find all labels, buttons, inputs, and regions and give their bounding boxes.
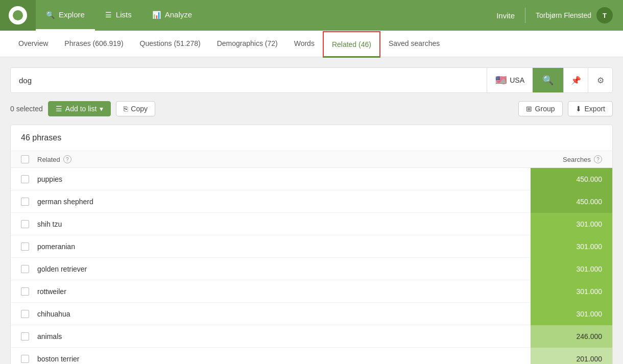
add-to-list-button[interactable]: ☰ Add to list ▾ (48, 101, 111, 116)
tab-questions-label: Questions (51.278) (140, 39, 201, 47)
selected-count: 0 selected (10, 105, 43, 113)
tab-saved-searches-label: Saved searches (389, 39, 440, 47)
row-checkbox-col (21, 198, 37, 206)
col-searches-label: Searches (563, 156, 591, 163)
row-label: pomeranian (37, 242, 531, 251)
row-label: german shepherd (37, 198, 531, 206)
tab-demographics-label: Demographics (72) (217, 39, 278, 47)
logo-icon (9, 6, 27, 25)
row-checkbox[interactable] (21, 265, 29, 273)
nav-explore[interactable]: 🔍 Explore (36, 0, 95, 31)
row-checkbox-col (21, 265, 37, 273)
row-searches-value: 450.000 (531, 190, 612, 213)
filter-icon: ⚙ (597, 76, 604, 85)
row-checkbox-col (21, 355, 37, 363)
row-searches-value: 246.000 (531, 325, 612, 348)
header-right: Invite Torbjørn Flensted T (486, 7, 623, 23)
nav-explore-label: Explore (59, 10, 85, 19)
row-checkbox[interactable] (21, 287, 29, 296)
tab-phrases[interactable]: Phrases (606.919) (56, 31, 131, 57)
right-buttons: ⊞ Group ⬇ Export (518, 101, 613, 116)
row-label: animals (37, 332, 531, 341)
tab-saved-searches[interactable]: Saved searches (380, 31, 448, 57)
dropdown-arrow-icon: ▾ (100, 105, 103, 113)
row-checkbox-col (21, 310, 37, 318)
search-extras: 📌 ⚙ (563, 68, 612, 92)
logo-area[interactable] (0, 0, 36, 31)
copy-label: Copy (131, 105, 148, 113)
user-avatar: T (596, 7, 613, 23)
table-title: 46 phrases (11, 125, 612, 151)
table-row[interactable]: pomeranian 301.000 (11, 235, 612, 258)
lists-icon: ☰ (105, 11, 112, 19)
nav-lists-label: Lists (116, 10, 132, 19)
row-checkbox-col (21, 287, 37, 296)
group-button[interactable]: ⊞ Group (518, 101, 563, 116)
filter-button[interactable]: ⚙ (588, 68, 612, 92)
table-row[interactable]: german shepherd 450.000 (11, 190, 612, 213)
row-label: shih tzu (37, 220, 531, 228)
nav-analyze[interactable]: 📊 Analyze (142, 0, 202, 31)
tab-questions[interactable]: Questions (51.278) (132, 31, 209, 57)
row-checkbox-col (21, 175, 37, 183)
table-row[interactable]: golden retriever 301.000 (11, 258, 612, 280)
row-label: rottweiler (37, 287, 531, 296)
row-checkbox-col (21, 242, 37, 251)
header-checkbox-col (21, 155, 37, 163)
table-header: Related ? Searches ? (11, 151, 612, 168)
copy-button[interactable]: ⎘ Copy (116, 101, 155, 116)
row-checkbox[interactable] (21, 310, 29, 318)
table-row[interactable]: shih tzu 301.000 (11, 213, 612, 235)
row-checkbox[interactable] (21, 242, 29, 251)
search-bar: 🇺🇸 USA 🔍 📌 ⚙ (10, 67, 613, 93)
nav-lists[interactable]: ☰ Lists (95, 0, 142, 31)
row-checkbox-col (21, 332, 37, 341)
user-initial: T (603, 12, 607, 19)
group-icon: ⊞ (526, 105, 532, 113)
search-input[interactable] (11, 68, 487, 92)
invite-button[interactable]: Invite (486, 11, 525, 20)
main-nav: 🔍 Explore ☰ Lists 📊 Analyze (36, 0, 486, 31)
table-row[interactable]: animals 246.000 (11, 325, 612, 348)
row-searches-value: 301.000 (531, 280, 612, 303)
row-checkbox[interactable] (21, 332, 29, 341)
tab-demographics[interactable]: Demographics (72) (209, 31, 286, 57)
country-selector[interactable]: 🇺🇸 USA (487, 68, 533, 92)
tab-related[interactable]: Related (46) (323, 31, 380, 58)
country-label: USA (510, 76, 524, 84)
header-related-col: Related ? (37, 155, 520, 163)
searches-help-icon[interactable]: ? (594, 155, 602, 163)
list-icon: ☰ (56, 105, 62, 113)
row-label: golden retriever (37, 265, 531, 273)
search-button[interactable]: 🔍 (533, 68, 563, 92)
row-checkbox[interactable] (21, 220, 29, 228)
row-label: chihuahua (37, 310, 531, 318)
table-row[interactable]: boston terrier 201.000 (11, 348, 612, 364)
tab-overview-label: Overview (18, 39, 48, 47)
col-related-label: Related (37, 156, 60, 163)
logo-inner (13, 10, 23, 20)
analyze-icon: 📊 (152, 11, 161, 19)
export-icon: ⬇ (576, 105, 582, 113)
group-label: Group (535, 105, 555, 113)
row-checkbox[interactable] (21, 175, 29, 183)
tab-bar: Overview Phrases (606.919) Questions (51… (0, 31, 623, 57)
row-checkbox[interactable] (21, 355, 29, 363)
toolbar: 0 selected ☰ Add to list ▾ ⎘ Copy ⊞ Grou… (10, 101, 613, 116)
table-row[interactable]: puppies 450.000 (11, 168, 612, 190)
row-checkbox[interactable] (21, 198, 29, 206)
user-menu[interactable]: Torbjørn Flensted T (525, 7, 623, 23)
table-row[interactable]: chihuahua 301.000 (11, 303, 612, 325)
bookmark-button[interactable]: 📌 (563, 68, 588, 92)
tab-overview[interactable]: Overview (10, 31, 56, 57)
row-label: puppies (37, 175, 531, 183)
export-button[interactable]: ⬇ Export (568, 101, 613, 116)
add-to-list-label: Add to list (65, 105, 97, 113)
row-searches-value: 301.000 (531, 235, 612, 258)
select-all-checkbox[interactable] (21, 155, 29, 163)
table-row[interactable]: rottweiler 301.000 (11, 280, 612, 303)
row-label: boston terrier (37, 355, 531, 363)
row-checkbox-col (21, 220, 37, 228)
related-help-icon[interactable]: ? (63, 155, 71, 163)
tab-words[interactable]: Words (286, 31, 323, 57)
